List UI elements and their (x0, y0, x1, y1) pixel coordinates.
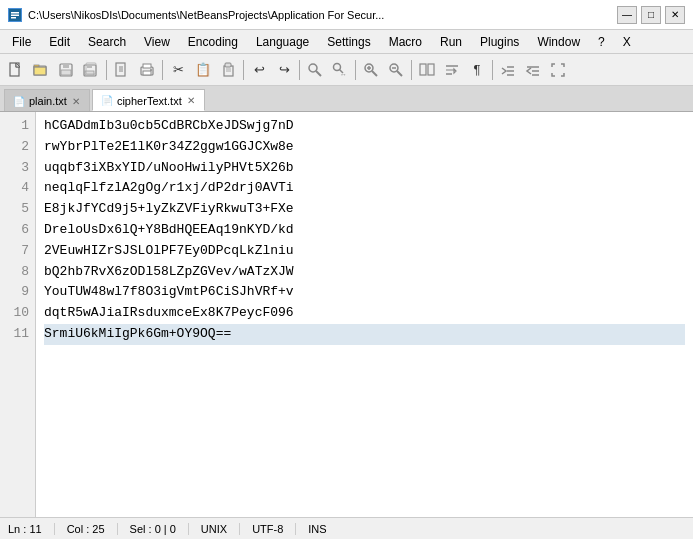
find-button[interactable] (303, 58, 327, 82)
svg-rect-22 (143, 71, 151, 75)
svg-point-23 (150, 69, 152, 71)
svg-rect-25 (225, 63, 231, 67)
menu-plugins[interactable]: Plugins (472, 33, 527, 51)
svg-point-30 (334, 63, 341, 70)
status-insert-mode: INS (296, 523, 338, 535)
svg-rect-10 (63, 64, 69, 68)
svg-rect-8 (34, 67, 46, 75)
code-line: dqtR5wAJiaIRsduxmceEx8K7PeycF096 (44, 303, 685, 324)
svg-rect-41 (428, 64, 434, 75)
menu-macro[interactable]: Macro (381, 33, 430, 51)
print-button[interactable] (135, 58, 159, 82)
line-number: 8 (6, 262, 29, 283)
menu-x[interactable]: X (615, 33, 639, 51)
open-file-button[interactable] (29, 58, 53, 82)
cipher-tab-icon: 📄 (101, 95, 113, 106)
code-line: DreloUsDx6lQ+Y8BdHQEEAq19nKYD/kd (44, 220, 685, 241)
undo-button[interactable]: ↩ (247, 58, 271, 82)
code-line: 2VEuwHIZrSJSLOlPF7Ey0DPcqLkZlniu (44, 241, 685, 262)
full-screen-button[interactable] (546, 58, 570, 82)
svg-rect-21 (143, 64, 151, 68)
svg-line-34 (372, 71, 377, 76)
unindent-button[interactable] (521, 58, 545, 82)
tab-plain[interactable]: 📄 plain.txt ✕ (4, 89, 90, 111)
toolbar-sep-1 (106, 60, 107, 80)
redo-button[interactable]: ↪ (272, 58, 296, 82)
zoom-out-button[interactable] (384, 58, 408, 82)
menu-bar: File Edit Search View Encoding Language … (0, 30, 693, 54)
menu-language[interactable]: Language (248, 33, 317, 51)
zoom-in-button[interactable] (359, 58, 383, 82)
find-replace-button[interactable]: ↔ (328, 58, 352, 82)
line-number: 1 (6, 116, 29, 137)
app-icon (8, 8, 22, 22)
menu-run[interactable]: Run (432, 33, 470, 51)
toolbar-sep-2 (162, 60, 163, 80)
toolbar-sep-4 (299, 60, 300, 80)
word-wrap-button[interactable] (440, 58, 464, 82)
menu-window[interactable]: Window (529, 33, 588, 51)
line-number: 5 (6, 199, 29, 220)
code-line: uqqbf3iXBxYID/uNooHwilyPHVt5X26b (44, 158, 685, 179)
svg-rect-3 (11, 17, 16, 19)
tab-cipher-label: cipherText.txt (117, 95, 182, 107)
window-controls: — □ ✕ (617, 6, 685, 24)
code-line: bQ2hb7RvX6zODl58LZpZGVev/wATzXJW (44, 262, 685, 283)
save-file-button[interactable] (54, 58, 78, 82)
new-file-button[interactable] (4, 58, 28, 82)
menu-encoding[interactable]: Encoding (180, 33, 246, 51)
code-line: YouTUW48wl7f8O3igVmtP6CiSJhVRf+v (44, 282, 685, 303)
line-number: 2 (6, 137, 29, 158)
plain-tab-icon: 📄 (13, 96, 25, 107)
code-line: neqlqFlfzlA2gOg/r1xj/dP2drj0AVTi (44, 178, 685, 199)
status-line-ending: UNIX (189, 523, 240, 535)
maximize-button[interactable]: □ (641, 6, 661, 24)
svg-rect-40 (420, 64, 426, 75)
toolbar-sep-6 (411, 60, 412, 80)
copy-button[interactable]: 📋 (191, 58, 215, 82)
menu-file[interactable]: File (4, 33, 39, 51)
cut-button[interactable]: ✂ (166, 58, 190, 82)
line-number: 3 (6, 158, 29, 179)
paste-button[interactable] (216, 58, 240, 82)
code-line: rwYbrPlTe2E1lK0r34Z2ggw1GGJCXw8e (44, 137, 685, 158)
status-selection: Sel : 0 | 0 (118, 523, 189, 535)
line-number: 7 (6, 241, 29, 262)
tab-plain-close[interactable]: ✕ (71, 96, 81, 107)
title-bar: C:\Users\NikosDIs\Documents\NetBeansProj… (0, 0, 693, 30)
toolbar-sep-3 (243, 60, 244, 80)
menu-edit[interactable]: Edit (41, 33, 78, 51)
svg-rect-1 (11, 12, 19, 14)
svg-point-28 (309, 64, 317, 72)
synced-scroll-button[interactable] (415, 58, 439, 82)
menu-view[interactable]: View (136, 33, 178, 51)
status-encoding: UTF-8 (240, 523, 296, 535)
line-number: 11 (6, 324, 29, 345)
svg-line-38 (397, 71, 402, 76)
all-chars-button[interactable]: ¶ (465, 58, 489, 82)
close-button[interactable]: ✕ (665, 6, 685, 24)
line-number: 9 (6, 282, 29, 303)
tab-cipher-close[interactable]: ✕ (186, 95, 196, 106)
status-column: Col : 25 (55, 523, 118, 535)
line-number: 4 (6, 178, 29, 199)
close-button-toolbar[interactable] (110, 58, 134, 82)
menu-settings[interactable]: Settings (319, 33, 378, 51)
indent-button[interactable] (496, 58, 520, 82)
menu-search[interactable]: Search (80, 33, 134, 51)
toolbar-sep-5 (355, 60, 356, 80)
window-title: C:\Users\NikosDIs\Documents\NetBeansProj… (28, 9, 384, 21)
toolbar: ✂ 📋 ↩ ↪ ↔ ¶ (0, 54, 693, 86)
tab-cipher[interactable]: 📄 cipherText.txt ✕ (92, 89, 205, 111)
minimize-button[interactable]: — (617, 6, 637, 24)
svg-rect-13 (87, 65, 92, 68)
editor-area: 1234567891011 hCGADdmIb3u0cb5CdBRCbXeJDS… (0, 112, 693, 517)
menu-help[interactable]: ? (590, 33, 613, 51)
save-all-button[interactable] (79, 58, 103, 82)
title-bar-left: C:\Users\NikosDIs\Documents\NetBeansProj… (8, 8, 384, 22)
svg-rect-11 (61, 70, 71, 75)
toolbar-sep-7 (492, 60, 493, 80)
code-content[interactable]: hCGADdmIb3u0cb5CdBRCbXeJDSwjg7nDrwYbrPlT… (36, 112, 693, 517)
svg-text:↔: ↔ (340, 71, 347, 78)
tab-plain-label: plain.txt (29, 95, 67, 107)
